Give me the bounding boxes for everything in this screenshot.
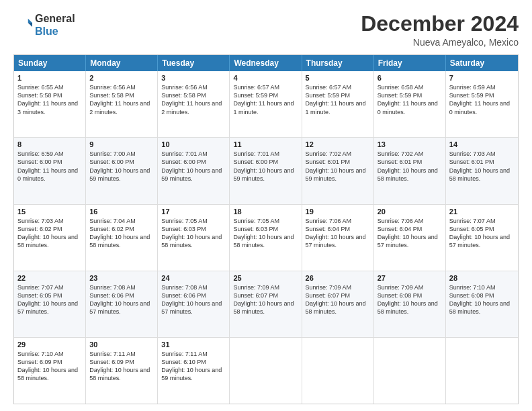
day-cell-28: 28Sunrise: 7:10 AM Sunset: 6:08 PM Dayli… [446, 271, 518, 337]
cell-info: Sunrise: 7:05 AM Sunset: 6:03 PM Dayligh… [161, 217, 226, 250]
day-cell-31: 31Sunrise: 7:11 AM Sunset: 6:10 PM Dayli… [158, 338, 230, 404]
day-cell-7: 7Sunrise: 6:59 AM Sunset: 5:59 PM Daylig… [446, 71, 518, 137]
header-day-thursday: Thursday [302, 55, 374, 71]
header: General Blue December 2024 Nueva Ameyalc… [13, 12, 519, 48]
cell-info: Sunrise: 6:56 AM Sunset: 5:58 PM Dayligh… [161, 83, 226, 116]
day-cell-30: 30Sunrise: 7:11 AM Sunset: 6:09 PM Dayli… [86, 338, 158, 404]
header-day-friday: Friday [374, 55, 446, 71]
day-number: 10 [161, 140, 226, 148]
cell-info: Sunrise: 6:58 AM Sunset: 5:59 PM Dayligh… [378, 83, 442, 116]
logo-icon [13, 15, 32, 34]
day-number: 7 [449, 74, 515, 82]
day-number: 21 [449, 208, 515, 216]
header-day-wednesday: Wednesday [230, 55, 302, 71]
day-cell-3: 3Sunrise: 6:56 AM Sunset: 5:58 PM Daylig… [158, 71, 230, 137]
day-cell-6: 6Sunrise: 6:58 AM Sunset: 5:59 PM Daylig… [374, 71, 446, 137]
logo-general: General [35, 12, 75, 25]
day-cell-15: 15Sunrise: 7:03 AM Sunset: 6:02 PM Dayli… [14, 205, 86, 271]
calendar: SundayMondayTuesdayWednesdayThursdayFrid… [13, 54, 519, 404]
calendar-row-2: 8Sunrise: 6:59 AM Sunset: 6:00 PM Daylig… [14, 138, 518, 204]
header-day-sunday: Sunday [14, 55, 86, 71]
calendar-header: SundayMondayTuesdayWednesdayThursdayFrid… [14, 55, 518, 71]
day-cell-17: 17Sunrise: 7:05 AM Sunset: 6:03 PM Dayli… [158, 205, 230, 271]
day-number: 20 [378, 208, 442, 216]
day-cell-16: 16Sunrise: 7:04 AM Sunset: 6:02 PM Dayli… [86, 205, 158, 271]
day-number: 30 [89, 340, 154, 349]
day-cell-19: 19Sunrise: 7:06 AM Sunset: 6:04 PM Dayli… [302, 205, 374, 271]
day-cell-12: 12Sunrise: 7:02 AM Sunset: 6:01 PM Dayli… [302, 138, 374, 203]
day-cell-1: 1Sunrise: 6:55 AM Sunset: 5:58 PM Daylig… [14, 71, 86, 137]
day-number: 9 [89, 140, 154, 148]
day-number: 18 [233, 208, 298, 216]
cell-info: Sunrise: 7:06 AM Sunset: 6:04 PM Dayligh… [306, 217, 370, 250]
cell-info: Sunrise: 7:01 AM Sunset: 6:00 PM Dayligh… [161, 150, 226, 183]
cell-info: Sunrise: 7:09 AM Sunset: 6:07 PM Dayligh… [306, 283, 370, 316]
day-number: 26 [306, 274, 370, 282]
day-number: 24 [161, 274, 226, 282]
day-cell-23: 23Sunrise: 7:08 AM Sunset: 6:06 PM Dayli… [86, 271, 158, 337]
day-cell-14: 14Sunrise: 7:03 AM Sunset: 6:01 PM Dayli… [446, 138, 518, 203]
cell-info: Sunrise: 6:57 AM Sunset: 5:59 PM Dayligh… [233, 83, 298, 116]
day-number: 3 [161, 74, 226, 82]
day-cell-21: 21Sunrise: 7:07 AM Sunset: 6:05 PM Dayli… [446, 205, 518, 271]
header-day-tuesday: Tuesday [158, 55, 230, 71]
day-number: 12 [306, 140, 370, 148]
day-number: 29 [17, 340, 82, 349]
day-cell-5: 5Sunrise: 6:57 AM Sunset: 5:59 PM Daylig… [302, 71, 374, 137]
day-number: 17 [161, 208, 226, 216]
calendar-row-4: 22Sunrise: 7:07 AM Sunset: 6:05 PM Dayli… [14, 271, 518, 338]
day-number: 5 [306, 74, 370, 82]
day-cell-11: 11Sunrise: 7:01 AM Sunset: 6:00 PM Dayli… [230, 138, 302, 203]
cell-info: Sunrise: 6:59 AM Sunset: 5:59 PM Dayligh… [449, 83, 515, 116]
cell-info: Sunrise: 6:57 AM Sunset: 5:59 PM Dayligh… [306, 83, 370, 116]
day-cell-8: 8Sunrise: 6:59 AM Sunset: 6:00 PM Daylig… [14, 138, 86, 203]
cell-info: Sunrise: 7:04 AM Sunset: 6:02 PM Dayligh… [89, 217, 154, 250]
day-number: 13 [378, 140, 442, 148]
day-number: 16 [89, 208, 154, 216]
day-number: 2 [89, 74, 154, 82]
svg-marker-1 [28, 23, 32, 27]
day-number: 31 [161, 340, 226, 349]
day-cell-4: 4Sunrise: 6:57 AM Sunset: 5:59 PM Daylig… [230, 71, 302, 137]
day-number: 8 [17, 140, 82, 148]
day-cell-18: 18Sunrise: 7:05 AM Sunset: 6:03 PM Dayli… [230, 205, 302, 271]
cell-info: Sunrise: 7:03 AM Sunset: 6:02 PM Dayligh… [17, 217, 82, 250]
cell-info: Sunrise: 7:08 AM Sunset: 6:06 PM Dayligh… [89, 283, 154, 316]
cell-info: Sunrise: 7:00 AM Sunset: 6:00 PM Dayligh… [89, 150, 154, 183]
cell-info: Sunrise: 7:11 AM Sunset: 6:09 PM Dayligh… [89, 350, 154, 383]
cell-info: Sunrise: 7:10 AM Sunset: 6:09 PM Dayligh… [17, 350, 82, 383]
cell-info: Sunrise: 7:09 AM Sunset: 6:08 PM Dayligh… [378, 283, 442, 316]
calendar-body: 1Sunrise: 6:55 AM Sunset: 5:58 PM Daylig… [14, 71, 518, 404]
calendar-row-1: 1Sunrise: 6:55 AM Sunset: 5:58 PM Daylig… [14, 71, 518, 138]
day-cell-29: 29Sunrise: 7:10 AM Sunset: 6:09 PM Dayli… [14, 338, 86, 404]
title-area: December 2024 Nueva Ameyalco, Mexico [361, 12, 519, 48]
day-cell-10: 10Sunrise: 7:01 AM Sunset: 6:00 PM Dayli… [158, 138, 230, 203]
day-number: 11 [233, 140, 298, 148]
day-number: 6 [378, 74, 442, 82]
day-number: 23 [89, 274, 154, 282]
calendar-row-5: 29Sunrise: 7:10 AM Sunset: 6:09 PM Dayli… [14, 338, 518, 404]
cell-info: Sunrise: 7:02 AM Sunset: 6:01 PM Dayligh… [378, 150, 442, 183]
empty-cell [446, 338, 518, 404]
page: General Blue December 2024 Nueva Ameyalc… [0, 0, 532, 411]
day-cell-2: 2Sunrise: 6:56 AM Sunset: 5:58 PM Daylig… [86, 71, 158, 137]
month-title: December 2024 [361, 12, 519, 36]
day-number: 22 [17, 274, 82, 282]
cell-info: Sunrise: 7:07 AM Sunset: 6:05 PM Dayligh… [17, 283, 82, 316]
cell-info: Sunrise: 7:10 AM Sunset: 6:08 PM Dayligh… [449, 283, 515, 316]
cell-info: Sunrise: 7:11 AM Sunset: 6:10 PM Dayligh… [161, 350, 226, 383]
day-number: 25 [233, 274, 298, 282]
day-cell-27: 27Sunrise: 7:09 AM Sunset: 6:08 PM Dayli… [374, 271, 446, 337]
empty-cell [230, 338, 302, 404]
day-number: 14 [449, 140, 515, 148]
day-cell-22: 22Sunrise: 7:07 AM Sunset: 6:05 PM Dayli… [14, 271, 86, 337]
logo: General Blue [13, 12, 75, 38]
header-day-monday: Monday [86, 55, 158, 71]
empty-cell [302, 338, 374, 404]
day-number: 19 [306, 208, 370, 216]
day-number: 15 [17, 208, 82, 216]
day-cell-26: 26Sunrise: 7:09 AM Sunset: 6:07 PM Dayli… [302, 271, 374, 337]
day-cell-25: 25Sunrise: 7:09 AM Sunset: 6:07 PM Dayli… [230, 271, 302, 337]
header-day-saturday: Saturday [446, 55, 518, 71]
cell-info: Sunrise: 7:03 AM Sunset: 6:01 PM Dayligh… [449, 150, 515, 183]
